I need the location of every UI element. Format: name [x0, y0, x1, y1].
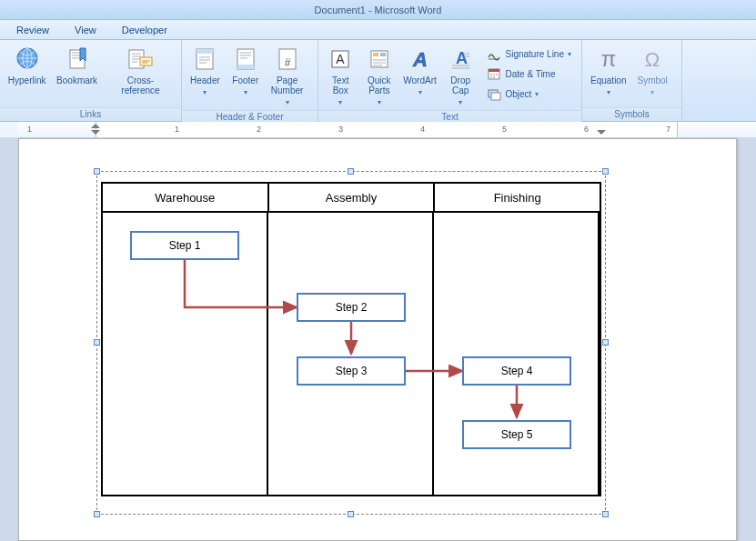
first-line-indent-marker[interactable] — [91, 124, 100, 128]
svg-text:A: A — [412, 48, 428, 71]
svg-rect-8 — [237, 65, 254, 69]
page-number-icon: # — [273, 45, 302, 74]
textbox-button[interactable]: A Text Box ▾ — [322, 42, 359, 110]
dropdown-icon: ▾ — [418, 87, 422, 97]
lane-assembly[interactable] — [268, 213, 434, 495]
footer-icon — [231, 45, 260, 74]
document-area: Warehouse Assembly Finishing — [0, 138, 756, 541]
resize-handle-n[interactable] — [348, 168, 354, 175]
svg-rect-15 — [380, 53, 386, 56]
object-button[interactable]: Object ▾ — [482, 84, 576, 104]
wordart-button[interactable]: A WordArt ▾ — [399, 42, 440, 100]
lane-header-assembly[interactable]: Assembly — [269, 184, 436, 213]
ruler-mark: 7 — [666, 125, 670, 134]
globe-icon — [13, 45, 42, 74]
dropdown-icon: ▾ — [459, 97, 462, 107]
group-symbols: π Equation ▾ Ω Symbol ▾ Symbols — [582, 40, 682, 121]
dropdown-icon: ▾ — [203, 87, 207, 97]
pi-icon: π — [594, 45, 623, 74]
tab-review[interactable]: Review — [4, 20, 62, 39]
title-text: Document1 - Microsoft Word — [315, 5, 442, 15]
ribbon-tabs: Review View Developer — [0, 20, 756, 40]
tab-view[interactable]: View — [62, 20, 109, 39]
resize-handle-s[interactable] — [348, 511, 354, 517]
ruler-mark: 5 — [502, 125, 507, 134]
horizontal-ruler[interactable]: 1 1 2 3 4 5 6 7 — [0, 122, 756, 138]
svg-text:#: # — [284, 56, 290, 69]
equation-button[interactable]: π Equation ▾ — [586, 42, 630, 100]
cross-reference-icon — [126, 45, 155, 74]
dropdown-icon: ▾ — [244, 87, 247, 97]
text-small-buttons: Signature Line ▾ Date & Time Object ▾ — [480, 42, 578, 105]
dropdown-icon: ▾ — [568, 50, 571, 58]
resize-handle-w[interactable] — [94, 339, 100, 346]
resize-handle-e[interactable] — [602, 339, 609, 346]
lane-header-finishing[interactable]: Finishing — [435, 184, 600, 213]
footer-button[interactable]: Footer ▾ — [227, 42, 265, 100]
ruler-mark: 6 — [584, 125, 589, 134]
hanging-indent-marker[interactable] — [91, 130, 100, 135]
resize-handle-nw[interactable] — [94, 168, 100, 175]
group-text: A Text Box ▾ Quick Parts ▾ A WordArt ▾ — [318, 40, 582, 121]
header-icon — [190, 45, 219, 74]
dropdown-icon: ▾ — [607, 87, 610, 97]
lane-header-warehouse[interactable]: Warehouse — [103, 184, 269, 213]
page-number-button[interactable]: # Page Number ▾ — [267, 42, 308, 110]
header-button[interactable]: Header ▾ — [186, 42, 225, 100]
page[interactable]: Warehouse Assembly Finishing — [18, 138, 737, 541]
quickparts-button[interactable]: Quick Parts ▾ — [361, 42, 398, 110]
textbox-icon: A — [326, 45, 355, 74]
svg-text:A: A — [456, 49, 468, 67]
quickparts-icon — [365, 45, 394, 74]
resize-handle-ne[interactable] — [602, 168, 609, 175]
title-bar: Document1 - Microsoft Word — [0, 0, 756, 20]
group-links: Hyperlink Bookmark Cross-reference Links — [0, 40, 182, 121]
dropdown-icon: ▾ — [338, 97, 342, 107]
step-5[interactable]: Step 5 — [462, 420, 571, 449]
step-1[interactable]: Step 1 — [130, 231, 239, 260]
ruler-mark: 4 — [420, 125, 425, 134]
bookmark-button[interactable]: Bookmark — [52, 42, 102, 88]
omega-icon: Ω — [638, 45, 667, 74]
ruler-mark: 1 — [27, 125, 32, 134]
svg-text:π: π — [600, 46, 616, 71]
dropdown-icon: ▾ — [378, 97, 381, 107]
dropdown-icon: ▾ — [535, 90, 539, 98]
group-header-footer: Header ▾ Footer ▾ # Page Number ▾ Header… — [182, 40, 318, 121]
svg-rect-19 — [489, 69, 499, 72]
resize-handle-se[interactable] — [602, 511, 609, 517]
cross-reference-button[interactable]: Cross-reference — [104, 42, 177, 98]
dropcap-icon: A — [446, 45, 475, 74]
symbol-button[interactable]: Ω Symbol ▾ — [632, 42, 671, 100]
signature-line-button[interactable]: Signature Line ▾ — [482, 44, 576, 64]
wordart-icon: A — [406, 45, 435, 74]
ruler-mark: 3 — [338, 125, 343, 134]
group-symbols-label: Symbols — [582, 107, 681, 121]
bookmark-icon — [63, 45, 92, 74]
tab-developer[interactable]: Developer — [109, 20, 180, 39]
ribbon: Hyperlink Bookmark Cross-reference Links — [0, 40, 756, 122]
svg-text:A: A — [337, 52, 346, 66]
step-3[interactable]: Step 3 — [297, 356, 406, 386]
svg-text:Ω: Ω — [645, 48, 660, 71]
step-4[interactable]: Step 4 — [462, 356, 571, 386]
object-icon — [487, 86, 501, 101]
group-links-label: Links — [0, 107, 181, 121]
dropdown-icon: ▾ — [286, 97, 289, 107]
svg-rect-21 — [491, 93, 500, 100]
resize-handle-sw[interactable] — [94, 511, 100, 517]
calendar-icon — [487, 66, 501, 81]
ruler-mark: 1 — [175, 125, 179, 134]
svg-rect-6 — [197, 49, 213, 54]
swimlane-diagram[interactable]: Warehouse Assembly Finishing — [101, 182, 601, 496]
hyperlink-button[interactable]: Hyperlink — [4, 42, 50, 88]
dropdown-icon: ▾ — [650, 87, 654, 97]
date-time-button[interactable]: Date & Time — [482, 64, 576, 84]
svg-rect-14 — [373, 53, 378, 56]
signature-icon — [487, 46, 501, 61]
right-indent-marker[interactable] — [597, 130, 606, 135]
lane-finishing[interactable] — [434, 213, 600, 495]
step-2[interactable]: Step 2 — [297, 293, 406, 322]
dropcap-button[interactable]: A Drop Cap ▾ — [442, 42, 479, 110]
ruler-mark: 2 — [257, 125, 261, 134]
